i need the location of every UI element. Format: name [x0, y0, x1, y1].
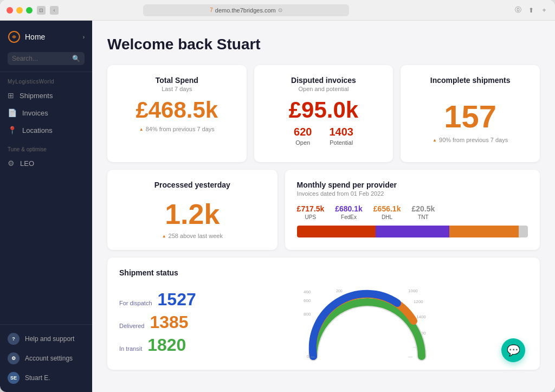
provider-bar-chart [297, 226, 528, 237]
status-dispatch: For dispatch 1527 [119, 291, 196, 308]
url-text: demo.the7bridges.com [215, 7, 276, 14]
sidebar-home-label: Home [25, 33, 79, 41]
shipments-icon: ⊞ [8, 91, 14, 100]
sidebar-item-locations[interactable]: 📍 Locations [0, 121, 92, 139]
incomplete-shipments-card: Incomplete shipments 157 ▲ 90% from prev… [401, 65, 540, 162]
svg-text:1000: 1000 [408, 288, 418, 293]
disputed-invoices-card: Disputed invoices Open and potential £95… [254, 65, 393, 162]
monthly-providers: £717.5k UPS £680.1k FedEx £656.1k DHL [297, 204, 528, 220]
avatar: SE [8, 372, 20, 384]
share-icon[interactable]: ⓪ [514, 6, 522, 15]
status-transit: In transit 1820 [119, 336, 196, 354]
sidebar-item-leo[interactable]: ⚙ LEO [0, 155, 92, 172]
svg-text:200: 200 [336, 289, 343, 293]
fedex-value: £680.1k [335, 204, 363, 213]
sidebar-item-locations-label: Locations [22, 126, 53, 134]
locations-icon: 📍 [8, 126, 17, 134]
disputed-stats: 620 Open 1403 Potential [266, 126, 382, 146]
chevron-right-icon: › [83, 34, 85, 40]
dhl-value: £656.1k [373, 204, 401, 213]
processed-value: 1.2k [119, 200, 266, 228]
fedex-label: FedEx [335, 214, 363, 220]
provider-tnt: £20.5k TNT [411, 204, 435, 220]
status-delivered: Delivered 1385 [119, 313, 196, 331]
close-dot[interactable] [7, 7, 13, 14]
app-window: ⊡ ‹ 7 demo.the7bridges.com ⊙ ⓪ ⬆ + [0, 0, 555, 392]
search-input[interactable] [12, 55, 69, 62]
shipment-status-card: Shipment status For dispatch 1527 Delive… [107, 258, 540, 370]
invoices-icon: 📄 [8, 108, 17, 117]
sidebar-user[interactable]: SE Stuart E. [0, 368, 92, 388]
provider-dhl: £656.1k DHL [373, 204, 401, 220]
disputed-potential-label: Potential [329, 139, 353, 146]
sidebar-toggle[interactable]: ⊡ [37, 6, 46, 15]
middle-cards-row: Processed yesterday 1.2k ▲ 258 above las… [107, 170, 540, 250]
total-spend-subtitle: Last 7 days [119, 86, 235, 92]
provider-fedex: £680.1k FedEx [335, 204, 363, 220]
sidebar-item-leo-label: LEO [20, 159, 34, 168]
disputed-potential-value: 1403 [329, 126, 353, 138]
processed-trend: ▲ 258 above last week [119, 233, 266, 239]
disputed-open-value: 620 [294, 126, 312, 138]
sidebar-section-tune: Tune & optimise [0, 139, 92, 155]
transit-label: In transit [119, 345, 142, 352]
ups-value: £717.5k [297, 204, 325, 213]
trend-up-icon: ▲ [139, 127, 144, 132]
sidebar-item-invoices[interactable]: 📄 Invoices [0, 104, 92, 121]
svg-text:800: 800 [304, 312, 311, 317]
status-content: For dispatch 1527 Delivered 1385 In tran… [119, 286, 528, 359]
url-bar[interactable]: 7 demo.the7bridges.com ⊙ [143, 4, 349, 16]
tnt-bar [519, 226, 528, 237]
ups-label: UPS [297, 214, 325, 220]
monthly-subtitle: Invoices dated from 01 Feb 2022 [297, 190, 528, 197]
processed-yesterday-card: Processed yesterday 1.2k ▲ 258 above las… [107, 170, 278, 250]
upload-icon[interactable]: ⬆ [527, 6, 535, 15]
total-spend-value: £468.5k [119, 99, 235, 121]
sidebar-logo[interactable]: Home › [8, 27, 85, 47]
sidebar-help-label: Help and support [25, 335, 74, 343]
sidebar-bottom: ? Help and support ⚙ Account settings SE… [0, 324, 92, 392]
sidebar: Home › 🔍 MyLogisticsWorld ⊞ Shipments 📄 … [0, 21, 92, 392]
sidebar-help[interactable]: ? Help and support [0, 329, 92, 349]
window-controls [7, 7, 33, 14]
leo-icon: ⚙ [8, 159, 15, 168]
tnt-value: £20.5k [411, 204, 435, 213]
disputed-potential-stat: 1403 Potential [329, 126, 353, 146]
minimize-dot[interactable] [16, 7, 23, 14]
total-spend-trend: ▲ 84% from previous 7 days [119, 126, 235, 132]
dispatch-label: For dispatch [119, 300, 152, 306]
chart-svg: 1000 1200 1400 1600 -1800 800 600 400 [302, 286, 433, 359]
fedex-bar [376, 226, 449, 237]
disputed-open-stat: 620 Open [294, 126, 312, 146]
sidebar-section-my-logistics: MyLogisticsWorld [0, 72, 92, 87]
chat-button[interactable]: 💬 [501, 338, 525, 362]
shipment-status-title: Shipment status [119, 268, 528, 277]
page-title: Welcome back Stuart [107, 36, 540, 53]
search-icon: 🔍 [72, 55, 80, 62]
svg-text:1400: 1400 [416, 314, 426, 319]
sidebar-item-shipments[interactable]: ⊞ Shipments [0, 87, 92, 104]
back-button[interactable]: ‹ [50, 6, 59, 15]
app-layout: Home › 🔍 MyLogisticsWorld ⊞ Shipments 📄 … [0, 21, 555, 392]
logo-icon [8, 30, 21, 43]
total-spend-title: Total Spend [119, 76, 235, 85]
status-list: For dispatch 1527 Delivered 1385 In tran… [119, 291, 196, 359]
account-icon: ⚙ [8, 352, 20, 364]
total-spend-card: Total Spend Last 7 days £468.5k ▲ 84% fr… [107, 65, 247, 162]
svg-text:—: — [408, 354, 412, 359]
sidebar-top: Home › 🔍 [0, 21, 92, 72]
sidebar-search[interactable]: 🔍 [8, 52, 85, 65]
sidebar-user-label: Stuart E. [25, 374, 50, 382]
incomplete-trend: ▲ 90% from previous 7 days [412, 137, 528, 143]
sidebar-account[interactable]: ⚙ Account settings [0, 349, 92, 368]
maximize-dot[interactable] [26, 7, 33, 14]
provider-ups: £717.5k UPS [297, 204, 325, 220]
help-icon: ? [8, 333, 20, 345]
incomplete-value: 157 [412, 101, 528, 132]
titlebar: ⊡ ‹ 7 demo.the7bridges.com ⊙ ⓪ ⬆ + [0, 0, 555, 21]
monthly-spend-card: Monthly spend per provider Invoices date… [285, 170, 540, 250]
transit-value: 1820 [147, 336, 186, 354]
svg-text:0 —: 0 — [307, 354, 315, 359]
add-tab-icon[interactable]: + [540, 6, 548, 15]
disputed-title: Disputed invoices [266, 76, 382, 85]
